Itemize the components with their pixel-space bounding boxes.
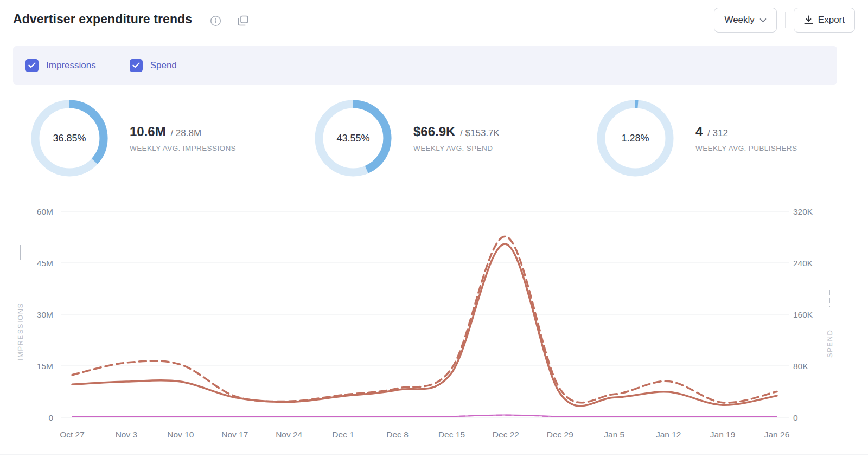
x-axis-tick: Nov 10 <box>167 430 194 439</box>
export-button[interactable]: Export <box>794 8 855 33</box>
right-axis-tick: 320K <box>793 207 813 216</box>
period-dropdown[interactable]: Weekly <box>714 8 776 33</box>
stat-value: 4 <box>695 124 703 139</box>
donut-chart: 43.55% <box>314 99 393 178</box>
chevron-down-icon <box>760 18 767 23</box>
left-axis-tick: 0 <box>48 413 53 422</box>
page-title: Advertiser expenditure trends <box>13 12 192 27</box>
stat-label: WEEKLY AVG. SPEND <box>413 144 500 152</box>
right-axis-tick: 0 <box>793 413 798 422</box>
x-axis-tick: Dec 8 <box>386 430 409 439</box>
export-button-label: Export <box>818 15 845 25</box>
x-axis-tick: Nov 17 <box>221 430 248 439</box>
stat-value: $66.9K <box>413 124 455 139</box>
stat-text: 10.6M / 28.8MWEEKLY AVG. IMPRESSIONS <box>130 124 236 152</box>
checkbox-icon[interactable] <box>25 59 39 72</box>
divider <box>785 12 786 28</box>
x-axis-tick: Jan 19 <box>710 430 736 439</box>
right-axis-title: SPEND <box>826 330 834 358</box>
left-axis-title: IMPRESSIONS <box>16 302 24 360</box>
stat-total: / $153.7K <box>457 128 500 138</box>
stat-card-2: 1.28%4 / 312WEEKLY AVG. PUBLISHERS <box>596 99 797 178</box>
checkbox-impressions[interactable]: Impressions <box>25 59 96 72</box>
series-spend <box>72 236 777 403</box>
stat-card-1: 43.55%$66.9K / $153.7KWEEKLY AVG. SPEND <box>314 99 500 178</box>
stat-text: 4 / 312WEEKLY AVG. PUBLISHERS <box>695 124 797 152</box>
checkbox-label: Spend <box>150 60 177 71</box>
x-axis-tick: Jan 5 <box>604 430 624 439</box>
stat-card-0: 36.85%10.6M / 28.8MWEEKLY AVG. IMPRESSIO… <box>30 99 236 178</box>
x-axis-tick: Jan 12 <box>656 430 681 439</box>
donut-chart: 1.28% <box>596 99 675 178</box>
advertiser-expenditure-widget: Advertiser expenditure trends Weekly <box>0 0 868 458</box>
stat-total: / 28.8M <box>168 128 201 138</box>
stat-value: 10.6M <box>130 124 166 139</box>
x-axis-tick: Oct 27 <box>60 430 85 439</box>
donut-percent: 36.85% <box>53 133 86 144</box>
right-axis-tick: 80K <box>793 362 808 371</box>
right-axis-tick: 240K <box>793 259 813 268</box>
stat-label: WEEKLY AVG. IMPRESSIONS <box>130 144 236 152</box>
x-axis-tick: Dec 22 <box>493 430 519 439</box>
stat-total: / 312 <box>705 128 728 138</box>
stat-label: WEEKLY AVG. PUBLISHERS <box>695 144 797 152</box>
period-dropdown-value: Weekly <box>724 15 754 25</box>
divider <box>229 15 229 26</box>
x-axis-tick: Dec 15 <box>438 430 465 439</box>
title-icons <box>209 15 249 27</box>
donut-chart: 36.85% <box>30 99 109 178</box>
copy-icon[interactable] <box>237 15 249 27</box>
trend-line-chart: 0015M80K30M160K45M240K60M320KOct 27Nov 3… <box>0 195 868 458</box>
right-axis-tick: 160K <box>793 310 813 319</box>
checkbox-label: Impressions <box>46 60 96 71</box>
series-secondary-impressions <box>72 415 777 417</box>
info-icon[interactable] <box>209 15 221 27</box>
stats-row: 36.85%10.6M / 28.8MWEEKLY AVG. IMPRESSIO… <box>0 99 868 180</box>
download-icon <box>804 15 813 25</box>
x-axis-tick: Dec 1 <box>332 430 354 439</box>
checkbox-icon[interactable] <box>130 59 143 72</box>
x-axis-tick: Dec 29 <box>547 430 573 439</box>
donut-percent: 43.55% <box>336 133 369 144</box>
stat-text: $66.9K / $153.7KWEEKLY AVG. SPEND <box>413 124 500 152</box>
metric-filter-band: ImpressionsSpend <box>13 46 837 85</box>
left-axis-tick: 45M <box>37 259 53 268</box>
x-axis-tick: Jan 26 <box>764 430 790 439</box>
x-axis-tick: Nov 24 <box>276 430 302 439</box>
left-axis-tick: 15M <box>37 362 53 371</box>
left-axis-tick: 30M <box>37 310 53 319</box>
checkbox-spend[interactable]: Spend <box>130 59 177 72</box>
widget-header: Advertiser expenditure trends Weekly <box>0 0 868 40</box>
x-axis-tick: Nov 3 <box>116 430 138 439</box>
header-actions: Weekly Export <box>714 8 855 33</box>
left-axis-tick: 60M <box>37 207 53 216</box>
donut-percent: 1.28% <box>621 133 649 144</box>
